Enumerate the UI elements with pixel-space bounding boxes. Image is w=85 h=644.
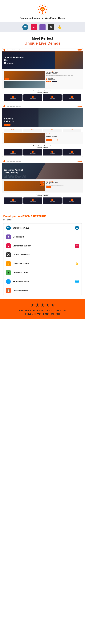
feature-label-oneclick: One Click Demo (13, 262, 29, 265)
demo2-left (4, 133, 45, 143)
code-icon: ⚙ (6, 270, 11, 275)
demo2-nav-btn: Contact (77, 106, 81, 107)
demo1-logo (4, 49, 5, 51)
demo3-overlay (36, 163, 83, 180)
demo1-stat1: Expert Programar (46, 77, 81, 78)
demo1-service2-icon (32, 96, 34, 98)
demo2-hero-content: FactoryIndustrial Learn More (4, 117, 15, 126)
demo1-stat3: Certified Engineerd (46, 79, 81, 80)
elementor-icon: e (6, 243, 11, 248)
star-4: ★ (46, 302, 50, 308)
rating-text1: Don't forget to rate this item, it's hel… (3, 309, 82, 311)
demo1-service4-icon (71, 96, 73, 98)
demo2-cta1: Free Image (46, 139, 52, 141)
demo1-nav-btn: Contact (77, 49, 81, 50)
demo2-s2-label: Energy Engineering (30, 153, 36, 154)
demo1-cta-btn: About Us (46, 81, 51, 82)
svg-rect-3 (42, 5, 43, 6)
bootstrap-badge: B (39, 24, 46, 30)
demo1-worker-img: Learn More (4, 71, 45, 80)
demo3-s3-icon (51, 199, 53, 201)
feature-row-oneclick: 👆 One Click Demo 👆 (4, 259, 81, 268)
svg-rect-9 (38, 9, 39, 10)
demo3-navbar: Home Pages Projects Services Blog Contac… (2, 160, 83, 163)
demo3-s2-icon (32, 199, 34, 201)
feature-row-bootstrap: B Bootstrap 5 (4, 232, 81, 241)
svg-rect-5 (46, 9, 47, 10)
demo1-service1: Building Program (4, 94, 23, 100)
demo1-hero: Special ProductionForBusiness (2, 52, 83, 69)
demo3-content-row: ⚙ 🔧 🏗 ⚡ About Company The Modern & Large… (4, 181, 81, 191)
star-5: ★ (51, 302, 55, 308)
demo-card-1: Home Pages Projects Services Blog Contac… (2, 48, 83, 102)
wordpress-icon: W (6, 226, 11, 230)
demo2-right-title: The Modern & LargestIndustrial Company (46, 134, 81, 137)
demo2-s4-icon (71, 151, 73, 152)
demo1-nav-projects: Projects (13, 50, 15, 50)
demo3-nav-btn: Contact (77, 160, 81, 162)
features-box: W WordPress 6.1.1 W B Bootstrap 5 e Elem… (3, 223, 82, 295)
demo3-s2-label: Energy Engineering (30, 201, 36, 202)
demo1-nav-links: Home Pages Projects Services Blog (7, 50, 76, 50)
demo1-nav-blog: Blog (19, 50, 21, 50)
star-2: ★ (35, 302, 39, 308)
feature-label-code: Powerfull Code (13, 271, 28, 274)
svg-rect-7 (42, 12, 43, 14)
feature-label-browser: Support Browser (13, 280, 30, 283)
demos-section: Home Pages Projects Services Blog Contac… (0, 48, 85, 211)
demo2-navbar: Home Pages Projects Services Blog Contac… (2, 105, 83, 108)
demo2-hero-text: FactoryIndustrial (4, 117, 15, 123)
demo1-hero-text: Special ProductionForBusiness (4, 56, 24, 65)
demo1-service3-label: Industry Program (50, 98, 55, 99)
demo2-services-title: Provide Awesome Services ForIndustrial C… (2, 144, 83, 148)
demo1-nav-pages: Pages (10, 50, 12, 50)
plugin-badges: W e B 👆 (0, 22, 85, 32)
demo1-orange-label: About Company (46, 71, 81, 72)
demo1-service4: Mining Program (62, 94, 81, 100)
demo1-navbar: Home Pages Projects Services Blog Contac… (2, 48, 83, 52)
demo2-service2: Energy Engineering (23, 149, 42, 156)
demo3-nav-links: Home Pages Projects Services Blog (7, 161, 76, 162)
feature-row-redux: Redux Framwork (4, 250, 81, 259)
demo3-hero: at We Do•Wh Experience And HighQuality F… (2, 163, 83, 180)
demo3-s1-label: Building Program (11, 201, 16, 202)
feature-row-elementor: e Elementor Builder e (4, 241, 81, 250)
demo2-hero-btn: Learn More (4, 124, 11, 126)
demo1-content: Learn More About Company The Modern & La… (2, 69, 83, 90)
feature-row-docs: 📋 Documentation (4, 286, 81, 295)
demo2-body: Lorem ipsum dolor sit amet consectetur a… (46, 137, 81, 138)
header-section: Factory and Industrial WordPress Theme (0, 0, 85, 22)
demo1-right-title: The Modern & LargestIndustrial Company (46, 72, 81, 74)
demo1-service3: Industry Program (43, 94, 62, 100)
demo1-service1-icon (12, 96, 14, 98)
demo2-stat1: 1500+ Building Program (4, 129, 22, 132)
demo2-stats-row: 1500+ Building Program 200+ Workshops Pr… (2, 128, 83, 132)
header-title: Factory and Industrial WordPress Theme (3, 16, 82, 20)
meet-section: Meet Perfect Unique Live Demos (0, 32, 85, 48)
rating-section: ★ ★ ★ ★ ★ Don't forget to rate this item… (0, 299, 85, 319)
demo2-hero: FactoryIndustrial Learn More (2, 108, 83, 127)
demo1-right: About Company The Modern & LargestIndust… (46, 71, 81, 88)
demo3-left: ⚙ 🔧 🏗 ⚡ (4, 181, 45, 191)
demo3-hero-text: Experience And HighQuality Factory (4, 169, 23, 174)
wordpress-badge-icon: W (75, 226, 79, 230)
demo3-s4-icon (71, 199, 73, 201)
demo1-nav-services: Services (16, 50, 19, 50)
hand-badge: 👆 (57, 24, 63, 30)
star-1: ★ (30, 302, 34, 308)
demo2-worker-img (4, 133, 45, 143)
meet-subtitle: Unique Live Demos (3, 41, 82, 46)
svg-rect-12 (42, 10, 43, 10)
demo3-service2: Energy Engineering (23, 198, 42, 204)
demo1-left: Learn More (4, 71, 45, 88)
features-title: Developed AWESOME FEATURE (3, 215, 82, 218)
demo3-cta1: About Us (46, 186, 51, 188)
demo2-stat3: 50+ Industry Expert (43, 129, 61, 132)
demo-card-2: Home Pages Projects Services Blog Contac… (2, 105, 83, 157)
demo1-service3-icon (51, 96, 53, 98)
elementor-badge: e (31, 24, 37, 30)
demo1-hero-image (55, 52, 83, 69)
demo3-services-row: Building Program Energy Engineering Indu… (2, 196, 83, 205)
demo1-nav-home: Home (7, 50, 9, 50)
demo2-right: About Company The Modern & LargestIndust… (46, 133, 81, 143)
